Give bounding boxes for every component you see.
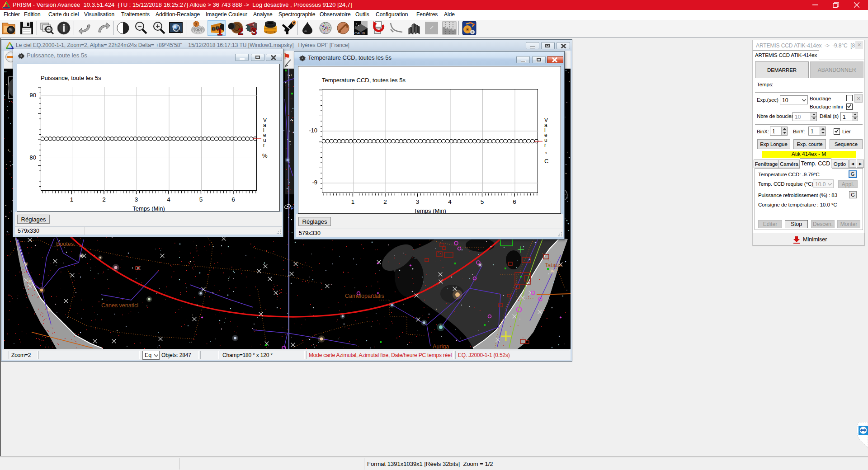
svg-text:Bootes.: Bootes. <box>56 241 75 247</box>
svg-text:Canes venatici: Canes venatici <box>101 302 138 309</box>
svg-text:Taurus: Taurus <box>545 262 562 268</box>
svg-text:Camelopardalis: Camelopardalis <box>345 293 384 299</box>
